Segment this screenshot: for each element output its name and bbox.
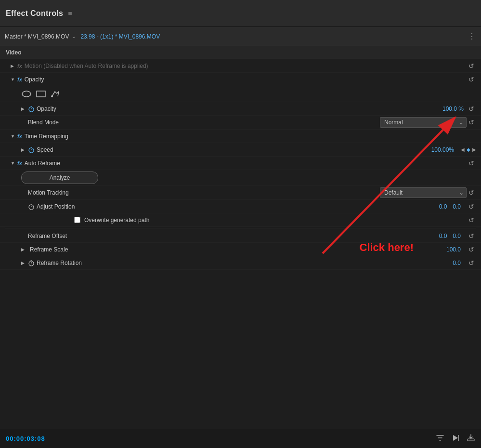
reframe-offset-x[interactable]: 0.0 [439,233,447,239]
reframe-scale-value[interactable]: 100.0 [446,246,461,253]
time-remap-row[interactable]: ▼ fx Time Remapping ↺ [0,130,481,143]
panel-header: Effect Controls ≡ [0,0,481,27]
clip-row: Master * MVI_0896.MOV ⌄ 23.98 - (1x1) * … [0,27,481,46]
content-wrapper: Click here! Video ▶ fx Motion (Disabled … [0,46,481,270]
clip-chevron[interactable]: ⌄ [72,34,76,39]
reframe-rotation-row: ▶ Reframe Rotation 0.0 ↺ [0,256,481,270]
speed-stopwatch-icon[interactable] [28,146,35,153]
overwrite-path-checkbox[interactable] [74,217,80,223]
speed-expand[interactable]: ▶ [21,147,26,152]
reframe-rotation-label: Reframe Rotation [37,260,453,266]
opacity-reset[interactable]: ↺ [467,75,476,84]
reframe-offset-row: Reframe Offset 0.0 0.0 ↺ [0,229,481,243]
adjust-pos-y[interactable]: 0.0 [453,203,461,210]
blend-mode-dropdown[interactable]: Normal Dissolve Multiply [380,117,467,128]
time-remap-fx-badge: fx [17,133,22,139]
export-icon[interactable] [467,434,475,444]
overwrite-path-label: Overwrite generated path [84,217,149,224]
rectangle-mask-tool[interactable] [36,90,46,98]
overwrite-path-reset[interactable]: ↺ [467,215,476,225]
opacity-value-row: ▶ Opacity 100.0 % ↺ [0,102,481,116]
reframe-rotation-stopwatch-icon[interactable] [28,260,35,266]
reframe-rotation-value[interactable]: 0.0 [453,260,461,266]
time-remap-label: Time Remapping [25,133,467,140]
overwrite-path-row: Overwrite generated path ↺ [0,213,481,227]
adjust-pos-x[interactable]: 0.0 [439,203,447,210]
speed-value[interactable]: 100.00% [431,146,454,153]
svg-marker-17 [453,435,458,441]
opacity-value-reset[interactable]: ↺ [467,104,476,114]
reframe-rotation-reset[interactable]: ↺ [467,258,476,268]
svg-point-2 [22,91,31,97]
panel-menu-icon[interactable]: ≡ [68,10,72,17]
analyze-button[interactable]: Analyze [21,171,98,184]
reframe-offset-label: Reframe Offset [21,233,439,239]
timecode: 00:00:03:08 [6,435,45,442]
auto-reframe-reset[interactable]: ↺ [467,158,476,168]
play-to-out-icon[interactable] [451,434,460,444]
keyframe-controls: ◀ ◆ ▶ [461,147,476,152]
motion-expand[interactable]: ▶ [11,64,15,68]
reframe-scale-label: Reframe Scale [28,246,446,253]
adjust-position-stopwatch-icon[interactable] [28,203,35,210]
motion-label: Motion (Disabled when Auto Reframe is ap… [25,63,467,69]
auto-reframe-row[interactable]: ▼ fx Auto Reframe ↺ [0,157,481,170]
time-remap-expand[interactable]: ▼ [11,134,15,139]
filter-icon[interactable] [436,434,444,444]
reframe-scale-reset[interactable]: ↺ [467,245,476,254]
auto-reframe-expand[interactable]: ▼ [11,161,15,166]
clip-info: 23.98 - (1x1) * MVI_0896.MOV [80,33,160,40]
motion-row[interactable]: ▶ fx Motion (Disabled when Auto Reframe … [0,59,481,73]
bottom-bar: 00:00:03:08 [0,429,481,448]
svg-rect-19 [468,439,474,441]
video-section-label: Video [0,46,481,59]
motion-reset[interactable]: ↺ [467,61,476,71]
reframe-offset-reset[interactable]: ↺ [467,231,476,241]
opacity-label: Opacity [25,76,467,83]
reframe-scale-expand[interactable]: ▶ [21,247,26,252]
opacity-row[interactable]: ▼ fx Opacity ↺ [0,73,481,86]
motion-tracking-dropdown-wrapper: Default Faster Slower [380,187,467,198]
reframe-rotation-expand[interactable]: ▶ [21,261,26,265]
speed-label: Speed [37,146,431,153]
opacity-fx-badge: fx [17,77,22,82]
blend-mode-row: ▶ Blend Mode Normal Dissolve Multiply ↺ [0,116,481,130]
kf-next[interactable]: ▶ [472,147,476,152]
kf-diamond[interactable]: ◆ [467,147,470,152]
motion-tracking-dropdown[interactable]: Default Faster Slower [380,187,467,198]
bottom-icons [436,434,475,444]
blend-mode-reset[interactable]: ↺ [467,118,476,127]
panel-title: Effect Controls [6,9,63,18]
opacity-val-expand[interactable]: ▶ [21,106,26,111]
reframe-offset-y[interactable]: 0.0 [453,233,461,239]
opacity-stopwatch-icon[interactable] [28,105,35,112]
motion-tracking-row: Motion Tracking Default Faster Slower ↺ [0,186,481,200]
pen-mask-tool[interactable] [50,90,61,98]
motion-fx-badge: fx [17,63,22,69]
clip-dots-menu[interactable]: ⋮ [468,32,476,41]
auto-reframe-fx-badge: fx [17,160,22,166]
svg-rect-3 [37,91,45,97]
content-area: Click here! Video ▶ fx Motion (Disabled … [0,46,481,429]
opacity-value[interactable]: 100.0 % [442,105,464,112]
opacity-expand[interactable]: ▼ [11,77,15,82]
adjust-position-reset[interactable]: ↺ [467,202,476,211]
adjust-position-row: Adjust Position 0.0 0.0 ↺ [0,200,481,213]
motion-tracking-reset[interactable]: ↺ [467,188,476,198]
overwrite-path-checkbox-row: Overwrite generated path [21,217,149,224]
reframe-scale-row: ▶ Reframe Scale 100.0 ↺ [0,243,481,256]
clip-name[interactable]: Master * MVI_0896.MOV [5,33,69,40]
mask-tools-row [0,86,481,102]
effect-controls-panel: Effect Controls ≡ Master * MVI_0896.MOV … [0,0,481,448]
motion-tracking-label: Motion Tracking [21,189,380,196]
analyze-row: Analyze [0,170,481,186]
blend-mode-label: Blend Mode [28,119,380,126]
opacity-value-label: Opacity [37,105,442,112]
separator-1 [5,228,476,228]
adjust-position-label: Adjust Position [37,203,439,210]
ellipse-mask-tool[interactable] [21,90,32,98]
auto-reframe-label: Auto Reframe [25,160,467,167]
kf-prev[interactable]: ◀ [461,147,465,152]
speed-row: ▶ Speed 100.00% ◀ ◆ ▶ [0,143,481,157]
blend-mode-dropdown-wrapper: Normal Dissolve Multiply [380,117,467,128]
